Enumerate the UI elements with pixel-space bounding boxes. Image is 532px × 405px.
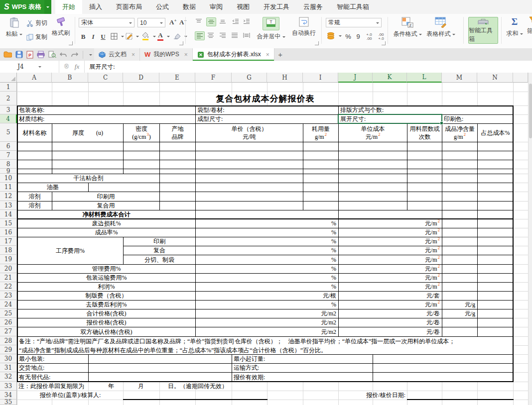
cell-J17[interactable]: 元/m2 (338, 237, 442, 246)
font-size-select[interactable]: 10 (137, 18, 165, 27)
cell-J19[interactable]: 元/m2 (338, 255, 442, 265)
percent-format-button[interactable]: % (344, 32, 353, 41)
menu-item-公式[interactable]: 公式 (149, 0, 176, 14)
filter-button[interactable]: 筛选 (524, 16, 532, 35)
cell-D17[interactable]: 印刷 (123, 237, 196, 246)
cell-D5[interactable]: 密度(g/cm3) (123, 123, 160, 142)
cell-N7[interactable] (477, 151, 514, 160)
cell-C30[interactable] (88, 354, 232, 364)
row-header-22[interactable]: 22 (0, 282, 17, 291)
cell-A17[interactable]: 工序费用% (17, 237, 124, 265)
row-header-3[interactable]: 3 (0, 105, 17, 114)
cell-M6[interactable] (442, 142, 478, 151)
row-header-4[interactable]: 4 (0, 114, 17, 123)
save-button[interactable] (15, 51, 23, 58)
cell-I11[interactable] (303, 183, 339, 192)
row-header-16[interactable]: 16 (0, 228, 17, 237)
column-header-B[interactable]: B (52, 73, 88, 83)
cell-J16[interactable]: 元/m2 (338, 228, 442, 237)
cell-N16[interactable] (477, 228, 514, 237)
cell-A13[interactable]: 溶剂 (17, 201, 52, 210)
cell-J18[interactable]: 元/m2 (338, 246, 442, 255)
increase-decimal-button[interactable]: +.0 .00 (364, 32, 375, 41)
cell-M16[interactable] (442, 228, 478, 237)
column-header-K[interactable]: K (373, 73, 407, 83)
cell-M12[interactable] (442, 192, 478, 202)
cell-J3[interactable]: 排版方式与个数: (338, 105, 514, 115)
cell-I7[interactable] (303, 151, 339, 160)
cell-F11[interactable] (195, 183, 303, 192)
cell-M24[interactable]: 元/g (442, 300, 478, 309)
tab-cloud-docs[interactable]: 云文档 × (94, 48, 140, 61)
cell-E11[interactable] (159, 183, 196, 192)
close-icon[interactable]: × (132, 51, 135, 58)
cell-F4[interactable]: 成型尺寸: (195, 114, 339, 124)
decrease-indent-button[interactable] (232, 18, 239, 24)
cell-J25[interactable]: 元/卷 (338, 309, 442, 318)
cell-L13[interactable] (407, 201, 442, 210)
cell-F16[interactable]: % (195, 228, 339, 237)
cell-N27[interactable] (477, 327, 514, 337)
menu-item-开发工具[interactable]: 开发工具 (257, 0, 296, 14)
cell-A7[interactable] (17, 151, 52, 160)
number-group-expander[interactable] (382, 41, 386, 45)
cell-E10[interactable] (159, 174, 196, 183)
undo-button[interactable] (60, 52, 67, 58)
cell-J4[interactable]: 展开尺寸: (338, 114, 442, 124)
row-header-10[interactable]: 10 (0, 174, 17, 183)
row-header-20[interactable]: 20 (0, 264, 17, 273)
cell-J10[interactable] (338, 174, 407, 183)
cell-M8[interactable] (442, 160, 478, 169)
export-pdf-button[interactable]: P (26, 51, 33, 59)
cell-N11[interactable] (477, 183, 514, 192)
cell-L12[interactable] (407, 192, 442, 202)
cell-L5[interactable]: 用料层数或次数 (407, 123, 442, 142)
cell-F6[interactable] (195, 142, 303, 151)
column-header-G[interactable]: G (232, 73, 267, 83)
menu-item-数据[interactable]: 数据 (176, 0, 203, 14)
cell-N15[interactable] (477, 219, 514, 228)
scrollbar-thumb[interactable] (529, 84, 532, 138)
cell-F27[interactable]: 元/m2 (195, 327, 339, 337)
cell-A4[interactable]: 材质结构: (17, 114, 196, 124)
cell-M21[interactable] (442, 273, 478, 283)
cell-F24[interactable]: % (195, 300, 339, 309)
cell-J11[interactable] (338, 183, 407, 192)
cell-B6[interactable] (52, 142, 124, 151)
logo-dropdown-button[interactable] (44, 0, 51, 14)
cell-D18[interactable]: 复合 (123, 246, 196, 255)
cell-A23[interactable]: 制版费（含税） (17, 291, 196, 301)
cut-button[interactable]: 剪切 (26, 19, 47, 27)
clipboard-group-expander[interactable] (69, 41, 73, 45)
italic-button[interactable]: I (89, 32, 98, 41)
cell-M27[interactable] (442, 327, 478, 337)
cell-K32[interactable] (373, 372, 514, 382)
tab-my-wps[interactable]: W 我的WPS × (140, 48, 193, 61)
row-header-29[interactable]: 29 (0, 345, 17, 354)
currency-format-button[interactable] (327, 32, 342, 40)
cell-A32[interactable]: 有无替代品: (17, 372, 89, 382)
column-header-H[interactable]: H (267, 73, 303, 83)
row-header-2[interactable]: 2 (0, 92, 17, 105)
cell-L34[interactable] (407, 391, 514, 400)
cell-A33[interactable]: 注：此报价单回复期限为 年 月 日。（逾期回传无效） (17, 382, 514, 391)
close-icon[interactable]: × (266, 51, 269, 58)
cell-J7[interactable] (338, 151, 407, 160)
cell-N25[interactable] (477, 309, 514, 318)
cell-M7[interactable] (442, 151, 478, 160)
menu-item-页面布局[interactable]: 页面布局 (109, 0, 149, 14)
font-name-select[interactable]: 宋体 (79, 18, 134, 27)
menu-item-云服务[interactable]: 云服务 (296, 0, 330, 14)
cell-I6[interactable] (303, 142, 339, 151)
customize-quickbar-button[interactable] (88, 53, 92, 56)
cell-D7[interactable] (123, 151, 160, 160)
cell-J6[interactable] (338, 142, 407, 151)
row-header-30[interactable]: 30 (0, 354, 17, 363)
cell-J27[interactable]: 元/卷 (338, 327, 442, 337)
cell-N6[interactable] (477, 142, 514, 151)
row-header-26[interactable]: 26 (0, 318, 17, 327)
cell-J21[interactable]: 元/m2 (338, 273, 442, 283)
merge-center-button[interactable]: T 合并居中 (255, 17, 287, 41)
align-left-button[interactable] (195, 31, 205, 40)
justify-button[interactable] (231, 32, 238, 38)
